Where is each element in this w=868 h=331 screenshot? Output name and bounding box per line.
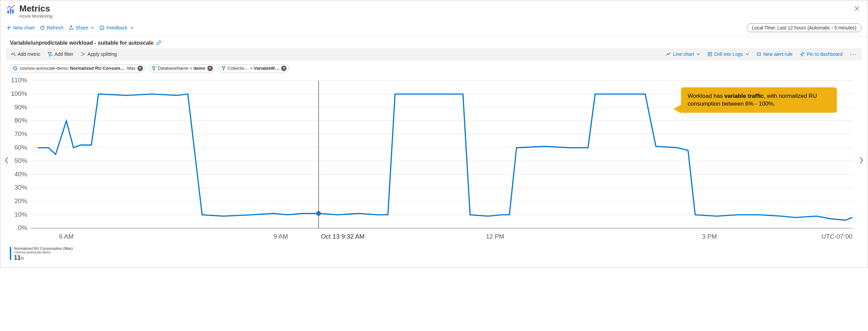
- add-metric-label: Add metric: [18, 51, 40, 57]
- chip-eq-text: =: [190, 66, 192, 71]
- chart-type-dropdown[interactable]: Line chart: [665, 51, 701, 58]
- refresh-icon: [40, 25, 45, 30]
- svg-text:110%: 110%: [11, 77, 27, 84]
- apply-splitting-button[interactable]: Apply splitting: [79, 51, 118, 58]
- svg-point-15: [14, 66, 17, 70]
- feedback-button[interactable]: Feedback: [100, 25, 133, 30]
- svg-point-9: [103, 27, 103, 27]
- chip-remove-button[interactable]: ✕: [138, 66, 143, 71]
- svg-text:0%: 0%: [18, 224, 27, 231]
- page-title: Metrics: [19, 4, 53, 14]
- add-metric-button[interactable]: Add metric: [9, 51, 42, 58]
- add-filter-button[interactable]: Add filter: [46, 51, 75, 58]
- drill-into-logs-button[interactable]: Drill into Logs: [706, 51, 750, 58]
- filter-icon: [222, 66, 226, 70]
- legend-current-value: 11%: [14, 254, 73, 261]
- legend-value-unit: %: [21, 256, 24, 260]
- svg-rect-2: [12, 9, 14, 14]
- chevron-down-icon: [91, 26, 94, 29]
- legend-item[interactable]: Normalized RU Consumption (Max) cosmos-a…: [10, 246, 868, 261]
- share-label: Share: [76, 25, 88, 30]
- chip-val-text: demo: [193, 66, 205, 71]
- legend-value-number: 11: [14, 254, 21, 261]
- chart-title: Variable/unpredictable workload - suitab…: [10, 40, 153, 46]
- share-button[interactable]: Share: [69, 25, 94, 30]
- new-alert-rule-button[interactable]: New alert rule: [755, 51, 794, 58]
- chip-metric-text: Normalized RU Consum…: [70, 66, 125, 71]
- metrics-logo-icon: [6, 5, 16, 16]
- svg-text:9 AM: 9 AM: [273, 233, 288, 240]
- filter-plus-icon: [48, 52, 53, 57]
- svg-point-48: [316, 211, 321, 216]
- pin-icon: [800, 52, 805, 57]
- svg-text:Oct 13 9:32 AM: Oct 13 9:32 AM: [321, 233, 365, 240]
- filter-icon: [152, 66, 156, 70]
- chip-eq-text: =: [250, 66, 253, 71]
- svg-text:20%: 20%: [15, 197, 27, 204]
- pin-label: Pin to dashboard: [807, 51, 843, 57]
- refresh-button[interactable]: Refresh: [40, 25, 63, 30]
- svg-text:10%: 10%: [15, 211, 27, 218]
- svg-point-5: [11, 7, 12, 8]
- svg-text:3 PM: 3 PM: [702, 233, 717, 240]
- svg-text:50%: 50%: [15, 157, 27, 164]
- new-chart-button[interactable]: New chart: [6, 25, 35, 30]
- filter-collection-chip[interactable]: Collectio… = VariableW… ✕: [219, 64, 289, 72]
- svg-text:12 PM: 12 PM: [486, 233, 504, 240]
- svg-point-16: [14, 67, 17, 69]
- pin-to-dashboard-button[interactable]: Pin to dashboard: [799, 51, 844, 58]
- legend-resource-name: cosmos-autoscale-demo: [14, 250, 73, 254]
- chevron-right-icon: [859, 156, 864, 164]
- add-metric-icon: [11, 52, 16, 57]
- callout-text-prefix: Workload has: [688, 93, 724, 99]
- annotation-callout: Workload has variable traffic, with norm…: [681, 87, 837, 113]
- drill-into-logs-label: Drill into Logs: [714, 51, 743, 57]
- chevron-down-icon: [746, 52, 749, 56]
- line-chart-icon: [666, 52, 671, 57]
- svg-text:30%: 30%: [15, 184, 27, 191]
- share-icon: [69, 25, 74, 30]
- chip-resource-text: cosmos-autoscale-demo,: [20, 66, 69, 71]
- svg-point-6: [14, 5, 15, 6]
- svg-point-8: [101, 27, 102, 27]
- close-button[interactable]: [852, 4, 862, 14]
- metric-scope-chip[interactable]: cosmos-autoscale-demo, Normalized RU Con…: [10, 64, 145, 72]
- filter-database-chip[interactable]: DatabaseName = demo ✕: [149, 64, 215, 72]
- cosmos-icon: [13, 66, 18, 71]
- svg-point-7: [100, 26, 104, 30]
- plus-icon: [6, 25, 11, 30]
- svg-rect-0: [7, 10, 9, 14]
- refresh-label: Refresh: [47, 25, 63, 30]
- svg-text:90%: 90%: [15, 103, 27, 110]
- alert-icon: [757, 52, 761, 57]
- smile-icon: [100, 25, 104, 30]
- edit-title-button[interactable]: [156, 40, 162, 46]
- add-filter-label: Add filter: [55, 51, 73, 57]
- callout-text-bold: variable traffic: [724, 93, 764, 99]
- chart-nav-prev-button[interactable]: [2, 154, 11, 167]
- new-chart-label: New chart: [13, 25, 35, 30]
- chart-nav-next-button[interactable]: [857, 154, 866, 167]
- svg-text:60%: 60%: [15, 144, 27, 151]
- chart-type-label: Line chart: [673, 51, 694, 57]
- more-options-button[interactable]: ···: [849, 51, 859, 58]
- svg-text:40%: 40%: [15, 170, 27, 177]
- chevron-down-icon: [697, 52, 700, 56]
- chip-agg-text: Max: [127, 66, 136, 71]
- new-alert-rule-label: New alert rule: [763, 51, 792, 57]
- legend-color-swatch: [10, 247, 11, 260]
- chevron-down-icon: [130, 26, 133, 29]
- page-subtitle: Azure Monitoring: [19, 14, 53, 19]
- legend-series-name: Normalized RU Consumption (Max): [14, 246, 73, 250]
- svg-text:70%: 70%: [15, 130, 27, 137]
- svg-rect-1: [10, 8, 11, 14]
- time-range-picker[interactable]: Local Time: Last 12 hours (Automatic - 5…: [747, 23, 862, 32]
- svg-point-4: [9, 5, 10, 6]
- chevron-left-icon: [4, 156, 9, 164]
- chip-remove-button[interactable]: ✕: [207, 66, 213, 71]
- svg-text:6 AM: 6 AM: [59, 233, 74, 240]
- svg-text:UTC-07:00: UTC-07:00: [821, 233, 852, 240]
- logs-icon: [707, 52, 712, 57]
- chip-remove-button[interactable]: ✕: [281, 66, 287, 71]
- feedback-label: Feedback: [106, 25, 127, 30]
